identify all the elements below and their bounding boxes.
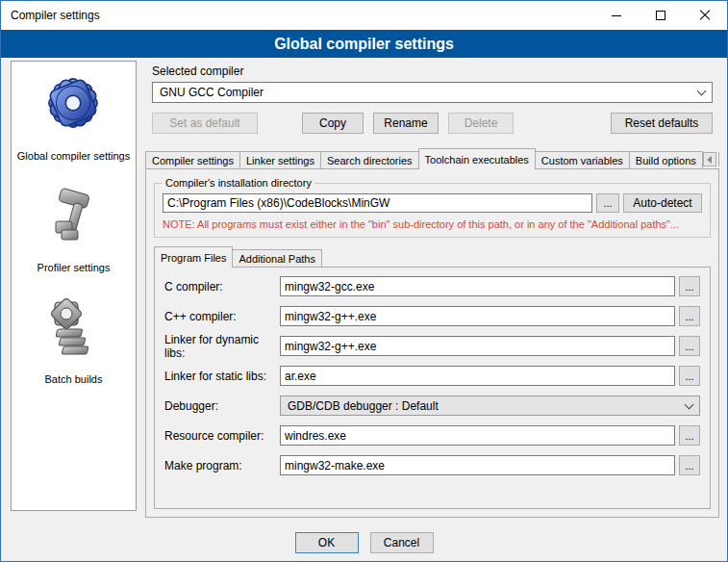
tab-scroll-controls (703, 152, 719, 169)
auto-detect-button[interactable]: Auto-detect (623, 193, 702, 213)
title-bar: Compiler settings (1, 1, 727, 30)
dialog-body: Global compiler settings Profiler settin… (1, 58, 727, 561)
scroll-left-icon (707, 156, 712, 164)
copy-button[interactable]: Copy (302, 113, 364, 134)
tab-linker-settings[interactable]: Linker settings (239, 151, 321, 169)
linker-dynamic-label: Linker for dynamic libs: (164, 333, 280, 360)
cpp-compiler-label: C++ compiler: (164, 310, 280, 323)
profiler-tool-icon (43, 185, 105, 246)
compiler-select[interactable]: GNU GCC Compiler (152, 82, 713, 103)
rename-button[interactable]: Rename (373, 113, 439, 134)
installation-directory-group: Compiler's installation directory ... Au… (154, 177, 711, 238)
cpp-compiler-input[interactable] (280, 306, 675, 326)
resource-compiler-browse-button[interactable]: ... (679, 425, 700, 446)
tab-compiler-settings[interactable]: Compiler settings (145, 151, 240, 169)
delete-button[interactable]: Delete (448, 113, 514, 134)
tab-search-directories[interactable]: Search directories (320, 151, 419, 169)
page-title: Global compiler settings (1, 30, 727, 58)
sidebar-item-label: Profiler settings (38, 262, 111, 273)
make-program-browse-button[interactable]: ... (679, 455, 700, 475)
toolchain-executables-panel: Compiler's installation directory ... Au… (145, 168, 719, 518)
sidebar-item-batch-builds[interactable]: Batch builds (43, 296, 105, 385)
gear-icon (41, 71, 105, 135)
tab-program-files[interactable]: Program Files (154, 246, 233, 268)
main-panel: Selected compiler GNU GCC Compiler Set a… (145, 58, 719, 518)
sidebar-item-label: Batch builds (45, 373, 103, 385)
close-icon (699, 10, 711, 21)
resource-compiler-row: Resource compiler: ... (164, 425, 700, 446)
linker-dynamic-browse-button[interactable]: ... (679, 336, 700, 356)
program-files-panel: C compiler: ... C++ compiler: ... (154, 267, 711, 509)
linker-dynamic-input[interactable] (280, 336, 675, 356)
linker-static-row: Linker for static libs: ... (164, 366, 700, 386)
sidebar-item-global-compiler-settings[interactable]: Global compiler settings (17, 71, 130, 162)
resource-compiler-label: Resource compiler: (164, 429, 280, 443)
c-compiler-row: C compiler: ... (164, 276, 700, 296)
make-program-label: Make program: (164, 459, 280, 473)
sidebar-item-label: Global compiler settings (17, 150, 130, 162)
tab-toolchain-executables[interactable]: Toolchain executables (418, 148, 536, 169)
batch-builds-icon (43, 296, 105, 358)
window-title: Compiler settings (1, 9, 594, 22)
compiler-buttons: Set as default Copy Rename Delete Reset … (152, 113, 713, 134)
program-tab-strip: Program Files Additional Paths (154, 247, 711, 268)
set-as-default-button[interactable]: Set as default (152, 113, 258, 134)
installation-directory-input[interactable] (163, 193, 592, 213)
selected-compiler-label: Selected compiler (152, 64, 719, 78)
minimize-icon (612, 15, 621, 16)
tab-additional-paths[interactable]: Additional Paths (232, 249, 322, 268)
installation-directory-browse-button[interactable]: ... (596, 193, 619, 213)
chevron-down-icon (697, 87, 707, 96)
tab-build-options[interactable]: Build options (629, 151, 703, 169)
maximize-icon (656, 11, 665, 20)
installation-directory-title: Compiler's installation directory (163, 177, 314, 189)
maximize-button[interactable] (639, 1, 683, 30)
make-program-row: Make program: ... (164, 455, 700, 475)
make-program-input[interactable] (280, 455, 675, 475)
reset-defaults-button[interactable]: Reset defaults (611, 113, 713, 134)
tab-scroll-right-button[interactable] (718, 152, 719, 166)
linker-static-browse-button[interactable]: ... (679, 366, 700, 386)
debugger-select-value: GDB/CDB debugger : Default (288, 399, 439, 413)
cpp-compiler-row: C++ compiler: ... (164, 306, 700, 326)
chevron-down-icon (685, 399, 694, 409)
close-button[interactable] (683, 1, 727, 30)
linker-static-input[interactable] (280, 366, 675, 386)
debugger-select[interactable]: GDB/CDB debugger : Default (280, 396, 700, 416)
linker-dynamic-row: Linker for dynamic libs: ... (164, 336, 700, 356)
c-compiler-browse-button[interactable]: ... (679, 276, 700, 296)
tab-scroll-left-button[interactable] (703, 152, 716, 166)
dialog-footer: OK Cancel (1, 532, 727, 553)
compiler-select-value: GNU GCC Compiler (160, 86, 264, 99)
debugger-label: Debugger: (164, 399, 280, 413)
c-compiler-input[interactable] (280, 276, 675, 296)
window-controls (594, 1, 727, 30)
installation-directory-row: ... Auto-detect (163, 193, 702, 213)
sidebar-item-profiler-settings[interactable]: Profiler settings (38, 185, 111, 273)
tab-custom-variables[interactable]: Custom variables (535, 151, 630, 169)
cpp-compiler-browse-button[interactable]: ... (679, 306, 700, 326)
resource-compiler-input[interactable] (280, 425, 675, 446)
installation-note: NOTE: All programs must exist either in … (163, 218, 702, 230)
sidebar: Global compiler settings Profiler settin… (11, 61, 137, 511)
cancel-button[interactable]: Cancel (370, 532, 434, 553)
settings-tab-strip: Compiler settings Linker settings Search… (145, 148, 719, 169)
debugger-row: Debugger: GDB/CDB debugger : Default (164, 396, 700, 416)
minimize-button[interactable] (594, 1, 639, 30)
ok-button[interactable]: OK (295, 532, 359, 553)
linker-static-label: Linker for static libs: (164, 370, 280, 383)
compiler-settings-window: Compiler settings Global compiler settin… (0, 0, 728, 562)
c-compiler-label: C compiler: (164, 280, 280, 294)
